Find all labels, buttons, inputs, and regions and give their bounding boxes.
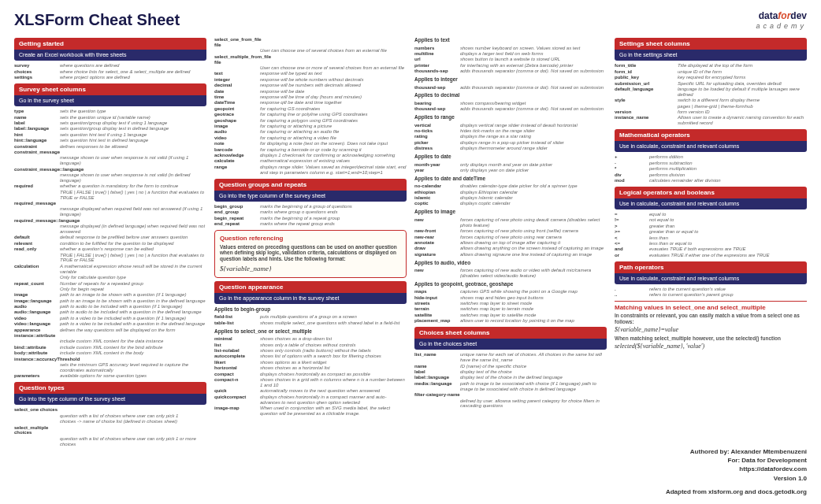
key <box>14 253 60 264</box>
value: where project options are defined <box>60 75 206 80</box>
value: displays choices horizontally in a compa… <box>260 395 407 406</box>
value: switches map layer to terrain mode <box>460 306 607 312</box>
value: path to a video to be included with a qu… <box>60 321 206 327</box>
key: >= <box>615 229 649 235</box>
key: islamic <box>414 195 460 201</box>
key: list-nolabel <box>214 348 260 354</box>
key <box>214 48 260 54</box>
key: url <box>414 57 460 62</box>
value: adds thousands separator (comma or dot).… <box>460 69 607 74</box>
value <box>260 54 407 65</box>
key: streets <box>414 301 460 306</box>
key: image::language <box>14 298 60 304</box>
value: Number of repeats for a repeated group <box>60 281 206 287</box>
key: settings <box>14 75 60 80</box>
key: label <box>14 120 60 126</box>
key: barcode <box>214 147 260 153</box>
key: parameters <box>14 373 60 379</box>
key: required_message <box>14 201 60 206</box>
key: constraint_message <box>14 150 60 155</box>
value: performs division <box>649 172 807 178</box>
key: <= <box>615 241 649 246</box>
value: switches map layer to satellite mode <box>460 313 607 318</box>
value: path to an image to be shown with a ques… <box>60 298 206 304</box>
key <box>14 419 60 424</box>
value: for capturing line or polyline using GPS… <box>260 112 407 117</box>
path-sub: Use in calculate, constraint and relevan… <box>615 273 807 284</box>
value: where questions are defined <box>60 63 206 69</box>
getting-started-sub: Create an Excel workbook with three shee… <box>14 50 206 61</box>
value: allows drawing signaure one line instead… <box>460 252 607 258</box>
key: select_multiple_from_file file <box>214 54 260 65</box>
key: * <box>615 166 649 172</box>
value: defines responses to be allowed <box>60 144 206 150</box>
key: annotate <box>414 240 460 246</box>
logo: datafordev academy <box>756 11 807 30</box>
key: select_multiple choices <box>14 425 60 436</box>
value: adds thousands separator (comma or dot).… <box>460 85 607 91</box>
value: displays range slider. Values saved as i… <box>260 165 407 176</box>
value: for capturing a polygon using GPS coordi… <box>260 118 407 124</box>
key: constraint_message::language <box>14 167 60 172</box>
key <box>414 398 460 410</box>
key: list_name <box>414 352 460 363</box>
key: terrain <box>414 306 460 312</box>
key: rating <box>414 134 460 139</box>
key: - <box>615 161 649 166</box>
value: sets question hint text in defined langu… <box>60 138 206 143</box>
key: .. <box>615 292 649 298</box>
value: allows user to record location by pointi… <box>460 318 607 324</box>
value: evauates TRUE if both expressions are TR… <box>649 246 807 252</box>
value: sets question hint text if using 1 langu… <box>60 132 206 138</box>
key: bind::attribute <box>14 345 60 350</box>
value: shows only controls (radio buttons) with… <box>260 348 407 354</box>
value: displays range in a pop-up picker instea… <box>460 140 607 146</box>
key: body::attribute <box>14 350 60 356</box>
key: audio <box>214 129 260 135</box>
key: instance_name <box>615 115 678 126</box>
value: TRUE | FALSE | true() | false() | yes | … <box>60 190 206 201</box>
key: signature <box>414 252 460 258</box>
value: shows multiple select_one questions with… <box>260 321 407 326</box>
key: vertical <box>414 123 460 128</box>
value: automatically moves to the next question… <box>260 388 407 394</box>
appearance-header: Question appearance <box>214 281 407 293</box>
key: name <box>414 364 460 369</box>
key: year <box>414 168 460 173</box>
key: compact-n <box>214 377 260 388</box>
key: month-year <box>414 162 460 168</box>
footer: Authored by: Alexander Mtembenuzeni For:… <box>666 447 807 496</box>
value <box>60 425 206 436</box>
key: audio::language <box>14 309 60 315</box>
value: question with a list of choices where us… <box>60 413 206 419</box>
key: label::language <box>14 126 60 132</box>
key: relevant <box>14 241 60 246</box>
value: include custom XML content for the data … <box>60 339 206 344</box>
key: end_group <box>214 209 260 215</box>
key <box>14 362 60 373</box>
value: message shown to user when response is n… <box>60 155 206 166</box>
key <box>14 206 60 217</box>
value: shows list of options with a search box … <box>260 354 407 359</box>
survey-cols-sub: Go in the survey sheet <box>14 95 206 106</box>
key: select_one choices <box>14 407 60 413</box>
value: where choice lists for select_one & sele… <box>60 69 206 75</box>
value: A mathematical expression whose result w… <box>60 264 206 275</box>
key: required_message::language <box>14 218 60 224</box>
value: greater than or equal to <box>649 229 807 235</box>
key: table-list <box>214 321 260 326</box>
key: repeat_count <box>14 281 60 287</box>
choices-sub: Go in the choices sheet <box>414 339 607 350</box>
value: marks where the repeat group ends <box>260 221 407 227</box>
settings-sub: Go in the settings sheet <box>615 50 807 61</box>
value: mathematical expression of existing valu… <box>260 158 407 164</box>
value: switch to a different form display theme <box>678 98 807 103</box>
value: switches map layer to street mode <box>460 301 607 306</box>
groups-header: Question groups and repeats <box>214 179 407 191</box>
value: Only for begin repeat <box>60 287 206 292</box>
key: draw <box>414 246 460 251</box>
key: begin_repeat <box>214 216 260 221</box>
value: message displayed (in defined language) … <box>60 224 206 235</box>
logic-header: Logical operators and booleans <box>615 187 807 198</box>
value: marks the beginning of a group of questi… <box>260 204 407 209</box>
